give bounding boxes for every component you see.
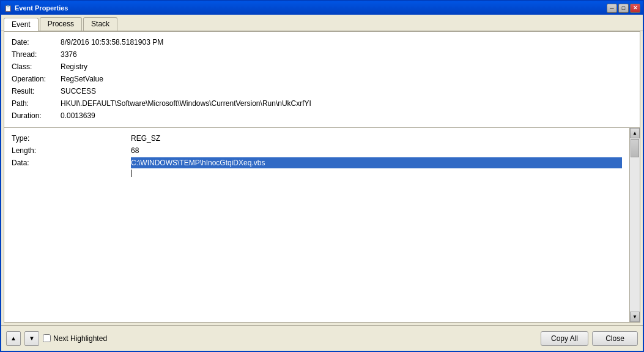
prop-row-class: Class: Registry: [12, 61, 632, 72]
prop-row-date: Date: 8/9/2016 10:53:58.5181903 PM: [12, 37, 632, 48]
next-highlighted-label: Next Highlighted: [53, 334, 107, 343]
prop-label-date: Date:: [12, 37, 61, 48]
detail-label-length: Length:: [12, 145, 131, 156]
tab-event[interactable]: Event: [4, 18, 39, 31]
prop-value-operation: RegSetValue: [61, 73, 632, 84]
scrollbar-track[interactable]: [630, 138, 640, 312]
prop-value-result: SUCCESS: [61, 86, 632, 97]
content-area: Date: 8/9/2016 10:53:58.5181903 PM Threa…: [4, 31, 640, 323]
details-content: Type: REG_SZ Length: 68 Data: C:\WINDOWS…: [4, 128, 629, 322]
title-bar-buttons: ─ □ ✕: [607, 4, 640, 13]
tab-stack[interactable]: Stack: [83, 17, 117, 31]
scrollbar: ▲ ▼: [629, 128, 640, 322]
event-properties-window: 📋 Event Properties ─ □ ✕ Event Process S…: [0, 0, 644, 352]
prop-label-class: Class:: [12, 61, 61, 72]
title-bar: 📋 Event Properties ─ □ ✕: [1, 1, 643, 15]
prop-label-thread: Thread:: [12, 49, 61, 60]
scrollbar-thumb[interactable]: [631, 139, 639, 157]
detail-value-type: REG_SZ: [131, 133, 622, 144]
prop-label-operation: Operation:: [12, 73, 61, 84]
window-title: Event Properties: [15, 4, 607, 12]
prop-value-duration: 0.0013639: [61, 110, 632, 121]
copy-all-button[interactable]: Copy All: [541, 331, 588, 346]
detail-value-data: C:\WINDOWS\TEMP\hInocGtqiDXeq.vbs: [131, 157, 622, 168]
prop-label-result: Result:: [12, 86, 61, 97]
prop-value-class: Registry: [61, 61, 632, 72]
detail-label-data: Data:: [12, 157, 131, 168]
cursor-indicator: [131, 170, 622, 177]
next-highlighted-checkbox[interactable]: [43, 334, 51, 342]
window-icon: 📋: [4, 4, 12, 12]
prop-row-result: Result: SUCCESS: [12, 86, 632, 97]
detail-row-data: Data: C:\WINDOWS\TEMP\hInocGtqiDXeq.vbs: [12, 157, 622, 168]
prop-label-path: Path:: [12, 98, 61, 109]
scroll-up-button[interactable]: ▲: [630, 128, 640, 138]
close-button[interactable]: Close: [592, 331, 638, 346]
prop-row-duration: Duration: 0.0013639: [12, 110, 632, 121]
prop-row-path: Path: HKUI\.DEFAULT\Software\Microsoft\W…: [12, 98, 632, 109]
prop-value-path: HKUI\.DEFAULT\Software\Microsoft\Windows…: [61, 98, 632, 109]
detail-value-length: 68: [131, 145, 622, 156]
detail-label-type: Type:: [12, 133, 131, 144]
tab-bar: Event Process Stack: [1, 15, 643, 31]
maximize-button[interactable]: □: [618, 4, 629, 13]
scroll-down-button[interactable]: ▼: [630, 312, 640, 322]
close-window-button[interactable]: ✕: [630, 4, 640, 13]
tab-process[interactable]: Process: [40, 17, 82, 31]
prop-label-duration: Duration:: [12, 110, 61, 121]
minimize-button[interactable]: ─: [607, 4, 617, 13]
next-highlighted-area: Next Highlighted: [43, 334, 107, 343]
prop-value-date: 8/9/2016 10:53:58.5181903 PM: [61, 37, 632, 48]
details-section: Type: REG_SZ Length: 68 Data: C:\WINDOWS…: [4, 128, 640, 322]
nav-up-button[interactable]: ▲: [6, 331, 21, 346]
prop-row-operation: Operation: RegSetValue: [12, 73, 632, 84]
prop-row-thread: Thread: 3376: [12, 49, 632, 60]
prop-value-thread: 3376: [61, 49, 632, 60]
nav-down-button[interactable]: ▼: [24, 331, 39, 346]
properties-section: Date: 8/9/2016 10:53:58.5181903 PM Threa…: [4, 32, 640, 128]
bottom-bar: ▲ ▼ Next Highlighted Copy All Close: [1, 325, 643, 351]
detail-row-length: Length: 68: [12, 145, 622, 156]
detail-row-type: Type: REG_SZ: [12, 133, 622, 144]
